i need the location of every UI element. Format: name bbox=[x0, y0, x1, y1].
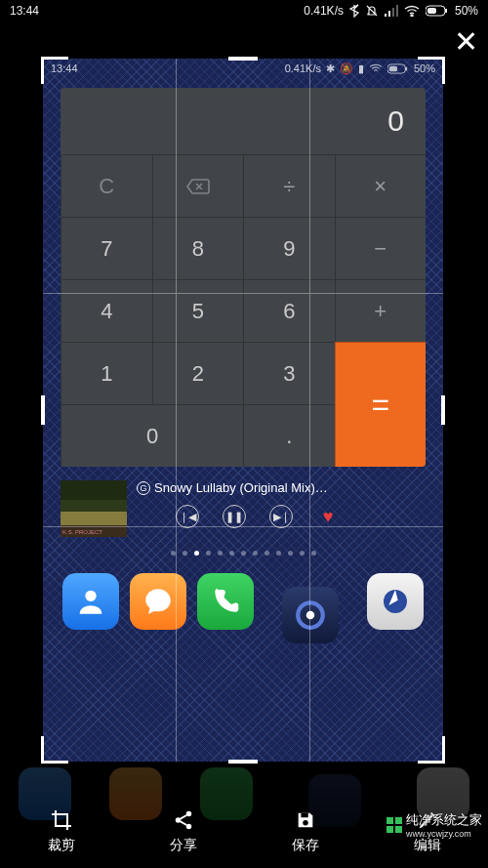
calculator-widget: 0 C ÷ × 7 8 9 − 4 5 6 + 1 2 3 = 0 . bbox=[61, 88, 426, 467]
tool-crop-label: 裁剪 bbox=[48, 837, 75, 854]
favorite-button[interactable]: ♥ bbox=[316, 505, 340, 528]
battery-icon bbox=[387, 63, 409, 74]
calc-key-equals[interactable]: = bbox=[335, 342, 427, 467]
calc-key-9[interactable]: 9 bbox=[243, 217, 335, 279]
bluetooth-icon bbox=[349, 4, 359, 18]
page-dot[interactable] bbox=[241, 551, 246, 556]
dock-app-music[interactable] bbox=[282, 587, 339, 643]
svg-point-11 bbox=[85, 591, 96, 601]
signal-icon: ▮ bbox=[358, 62, 364, 75]
calc-key-3[interactable]: 3 bbox=[243, 342, 335, 404]
calc-key-1[interactable]: 1 bbox=[61, 342, 152, 404]
calc-key-plus[interactable]: + bbox=[335, 279, 427, 342]
netease-icon: G bbox=[137, 481, 150, 495]
dnd-icon bbox=[365, 4, 379, 18]
calc-key-6[interactable]: 6 bbox=[243, 279, 335, 342]
album-art[interactable]: K.S. PROJECT bbox=[61, 480, 127, 537]
tool-edit-label: 编辑 bbox=[414, 837, 441, 854]
close-button[interactable]: ✕ bbox=[454, 27, 478, 57]
crop-handle-top[interactable] bbox=[228, 57, 258, 61]
album-caption: K.S. PROJECT bbox=[62, 529, 102, 535]
bluetooth-icon: ✱ bbox=[326, 62, 335, 75]
svg-point-4 bbox=[411, 15, 413, 17]
music-widget: K.S. PROJECT G Snowy Lullaby (Original M… bbox=[61, 480, 426, 537]
svg-rect-0 bbox=[385, 14, 386, 17]
calc-key-0[interactable]: 0 bbox=[61, 404, 243, 467]
calc-key-5[interactable]: 5 bbox=[152, 279, 244, 342]
page-dot[interactable] bbox=[276, 551, 281, 556]
outer-clock: 13:44 bbox=[10, 4, 39, 18]
crop-handle-right[interactable] bbox=[441, 395, 445, 425]
crop-handle-left[interactable] bbox=[41, 395, 45, 425]
calc-key-multiply[interactable]: × bbox=[335, 154, 427, 217]
page-dot[interactable] bbox=[183, 551, 187, 556]
next-button[interactable]: ▶❘ bbox=[269, 505, 293, 528]
playlist-icon[interactable] bbox=[137, 509, 152, 524]
svg-point-16 bbox=[175, 817, 181, 823]
page-dot[interactable] bbox=[218, 551, 223, 556]
calc-key-4[interactable]: 4 bbox=[61, 279, 152, 342]
tool-save[interactable]: 保存 bbox=[292, 807, 319, 854]
svg-rect-7 bbox=[427, 8, 436, 14]
dock-app-phone[interactable] bbox=[197, 573, 254, 630]
track-row[interactable]: G Snowy Lullaby (Original Mix)… bbox=[137, 480, 426, 495]
svg-rect-9 bbox=[405, 66, 407, 70]
dock-app-messages[interactable] bbox=[130, 573, 186, 630]
crop-handle-tr[interactable] bbox=[418, 57, 445, 84]
page-dot[interactable] bbox=[194, 551, 199, 556]
share-icon bbox=[171, 807, 196, 833]
svg-rect-2 bbox=[392, 8, 394, 17]
svg-rect-3 bbox=[396, 5, 398, 17]
svg-point-15 bbox=[185, 811, 191, 817]
svg-rect-6 bbox=[445, 9, 447, 13]
page-dot[interactable] bbox=[171, 551, 176, 556]
dock-app-browser[interactable] bbox=[367, 573, 424, 630]
page-dot[interactable] bbox=[264, 551, 269, 556]
battery-icon bbox=[426, 5, 449, 17]
prev-button[interactable]: ❘◀ bbox=[176, 505, 199, 528]
tool-share-label: 分享 bbox=[170, 837, 197, 854]
tool-crop[interactable]: 裁剪 bbox=[48, 807, 75, 854]
svg-point-17 bbox=[185, 824, 191, 830]
page-dot[interactable] bbox=[300, 551, 305, 556]
calc-key-8[interactable]: 8 bbox=[152, 217, 244, 279]
tool-share[interactable]: 分享 bbox=[170, 807, 197, 854]
calc-key-dot[interactable]: . bbox=[243, 404, 335, 467]
crop-canvas[interactable]: 13:44 0.41K/s ✱ 🔕 ▮ 50% 0 C ÷ × 7 8 bbox=[43, 59, 443, 762]
svg-rect-10 bbox=[389, 65, 397, 71]
calculator-display: 0 bbox=[61, 88, 426, 154]
page-dot[interactable] bbox=[253, 551, 258, 556]
signal-icon bbox=[385, 5, 398, 17]
dock-app-contacts[interactable] bbox=[62, 573, 119, 630]
page-dot[interactable] bbox=[288, 551, 293, 556]
svg-point-19 bbox=[303, 820, 308, 826]
calc-key-minus[interactable]: − bbox=[335, 217, 427, 279]
wifi-icon bbox=[369, 63, 383, 73]
crop-handle-bottom[interactable] bbox=[228, 760, 258, 764]
calc-key-7[interactable]: 7 bbox=[61, 217, 152, 279]
save-icon bbox=[293, 807, 318, 833]
inner-netspeed: 0.41K/s bbox=[285, 62, 321, 74]
outer-status-bar: 13:44 0.41K/s 50% bbox=[0, 0, 488, 21]
dnd-icon: 🔕 bbox=[340, 62, 353, 75]
pause-button[interactable]: ❚❚ bbox=[223, 505, 246, 528]
track-title: Snowy Lullaby (Original Mix)… bbox=[154, 480, 328, 495]
calc-key-backspace[interactable] bbox=[152, 154, 244, 217]
outer-battery-pct: 50% bbox=[455, 4, 478, 18]
crop-icon bbox=[49, 807, 74, 833]
page-dot[interactable] bbox=[229, 551, 234, 556]
tool-save-label: 保存 bbox=[292, 837, 319, 854]
watermark-line1: 纯净系统之家 bbox=[406, 811, 482, 829]
crop-handle-bl[interactable] bbox=[41, 736, 68, 764]
watermark: 纯净系统之家 www.ycwjzy.com bbox=[386, 811, 482, 839]
crop-handle-br[interactable] bbox=[418, 736, 445, 764]
page-dot[interactable] bbox=[311, 551, 316, 556]
crop-handle-tl[interactable] bbox=[41, 57, 68, 84]
calc-key-clear[interactable]: C bbox=[61, 154, 152, 217]
page-dot[interactable] bbox=[206, 551, 211, 556]
svg-rect-18 bbox=[301, 813, 307, 818]
calc-key-2[interactable]: 2 bbox=[152, 342, 244, 404]
calc-key-divide[interactable]: ÷ bbox=[243, 154, 335, 217]
wifi-icon bbox=[404, 5, 420, 17]
svg-point-13 bbox=[306, 611, 315, 620]
